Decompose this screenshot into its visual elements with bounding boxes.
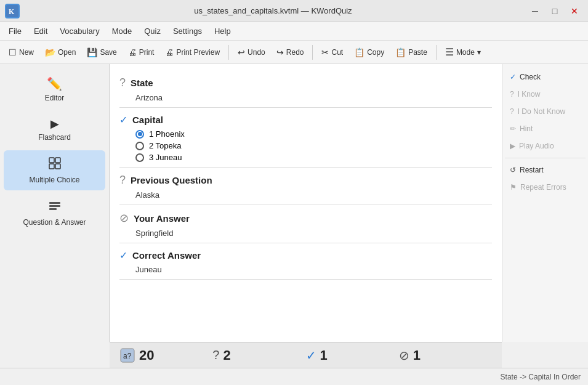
sidebar-item-multiple-choice[interactable]: Multiple Choice [4,150,105,190]
menu-item-mode[interactable]: Mode [106,24,139,38]
your-answer-value: Springfield [135,229,492,238]
your-answer-icon: ⊘ [119,211,129,225]
svg-rect-2 [49,158,54,163]
redo-icon: ↪ [276,47,284,57]
option-2-label: 2 Topeka [149,141,182,150]
mode-button[interactable]: ☰ Mode ▾ [440,44,486,60]
open-icon: 📂 [45,47,55,57]
capital-divider [119,167,492,168]
menu-item-quiz[interactable]: Quiz [138,24,167,38]
total-icon: a? [119,347,135,363]
state-header-label: State [131,78,153,88]
stat-unknown-value: 2 [223,347,230,363]
correct-answer-section-header: ✓ Correct Answer [119,249,492,261]
multiple-choice-icon [48,156,62,173]
mode-chevron-icon: ▾ [477,48,481,57]
save-icon: 💾 [87,47,97,57]
option-3[interactable]: 3 Juneau [135,153,492,162]
statusbar-text: State -> Capital In Order [501,373,581,381]
svg-rect-7 [49,205,60,207]
radio-3 [135,153,144,162]
sidebar-item-flashcard-label: Flashcard [38,133,71,142]
stat-correct: ✓ 1 [306,347,399,363]
restart-icon: ↺ [510,166,516,174]
sidebar-item-multiple-choice-label: Multiple Choice [29,176,79,184]
sidebar-item-question-answer[interactable]: Question & Answer [4,193,105,233]
capital-section-header: ✓ Capital [119,114,492,126]
svg-rect-3 [49,164,54,169]
question-answer-icon [48,199,62,216]
hint-button[interactable]: ✏ Hint [505,121,586,137]
menu-item-help[interactable]: Help [208,24,237,38]
maximize-button[interactable]: □ [546,4,563,18]
paste-button[interactable]: 📋 Paste [390,45,432,60]
stat-incorrect: ⊘ 1 [399,347,492,363]
radio-2 [135,142,144,150]
unknown-icon: ? [212,348,219,362]
stat-total-value: 20 [139,347,154,363]
correct-answer-check-icon: ✓ [119,249,127,261]
svg-rect-8 [49,208,57,210]
prev-question-icon: ? [119,174,126,187]
incorrect-icon: ⊘ [399,348,409,363]
window-controls: ─ □ ✕ [526,4,583,18]
cut-button[interactable]: ✂ Cut [316,45,348,60]
radio-1 [135,130,144,139]
sidebar-item-question-answer-label: Question & Answer [23,218,86,227]
minimize-button[interactable]: ─ [526,4,544,18]
i-know-icon: ? [510,90,514,99]
option-2[interactable]: 2 Topeka [135,141,492,150]
play-audio-button[interactable]: ▶ Play Audio [505,138,586,154]
check-button[interactable]: ✓ Check [505,69,586,85]
toolbar-separator-1 [228,45,229,60]
sidebar-item-editor[interactable]: ✏️ Editor [4,70,105,108]
menu-item-vocabulary[interactable]: Vocabulary [54,24,105,38]
undo-button[interactable]: ↩ Undo [233,45,270,60]
flashcard-icon: ▶ [50,117,59,131]
correct-answer-value: Juneau [135,265,492,274]
sidebar-item-flashcard[interactable]: ▶ Flashcard [4,111,105,148]
copy-button[interactable]: 📋 Copy [349,45,389,60]
svg-rect-4 [55,158,60,163]
new-button[interactable]: ☐ New [4,45,39,60]
stats-bar: a? 20 ? 2 ✓ 1 ⊘ 1 [110,342,502,368]
close-button[interactable]: ✕ [566,4,583,18]
capital-header-label: Capital [132,115,163,125]
prev-question-header-label: Previous Question [131,175,212,185]
svg-rect-6 [49,202,60,204]
restart-button[interactable]: ↺ Restart [505,162,586,178]
state-question-icon: ? [119,76,126,89]
menu-item-settings[interactable]: Settings [167,24,208,38]
i-do-not-know-button[interactable]: ? I Do Not Know [505,103,586,120]
menu-item-file[interactable]: File [2,24,28,38]
print-icon: 🖨 [128,47,137,57]
repeat-errors-button[interactable]: ⚑ Repeat Errors [505,179,586,195]
cut-icon: ✂ [321,47,329,57]
print-preview-button[interactable]: 🖨 Print Preview [160,45,225,60]
app-logo: K [5,4,20,18]
menu-item-edit[interactable]: Edit [28,24,54,38]
option-1[interactable]: 1 Phoenix [135,129,492,139]
save-button[interactable]: 💾 Save [82,45,121,60]
your-answer-divider [119,243,492,243]
open-button[interactable]: 📂 Open [40,45,81,60]
repeat-errors-icon: ⚑ [510,183,517,192]
state-divider [119,107,492,108]
toolbar-separator-2 [312,45,313,60]
check-icon: ✓ [510,73,516,81]
svg-text:K: K [9,7,15,16]
correct-icon: ✓ [306,348,316,363]
state-section-header: ? State [119,76,492,89]
right-panel: ✓ Check ? I Know ? I Do Not Know ✏ Hint … [502,64,588,342]
right-panel-separator [505,158,586,158]
sidebar-item-editor-label: Editor [45,94,64,102]
stat-total: a? 20 [119,347,212,363]
i-know-button[interactable]: ? I Know [505,86,586,102]
capital-check-icon: ✓ [119,114,127,126]
new-icon: ☐ [9,47,17,57]
print-button[interactable]: 🖨 Print [123,45,159,60]
sidebar: ✏️ Editor ▶ Flashcard Multiple Choice [0,64,110,342]
print-preview-icon: 🖨 [165,47,174,57]
correct-answer-divider [119,279,492,280]
redo-button[interactable]: ↪ Redo [272,45,309,60]
